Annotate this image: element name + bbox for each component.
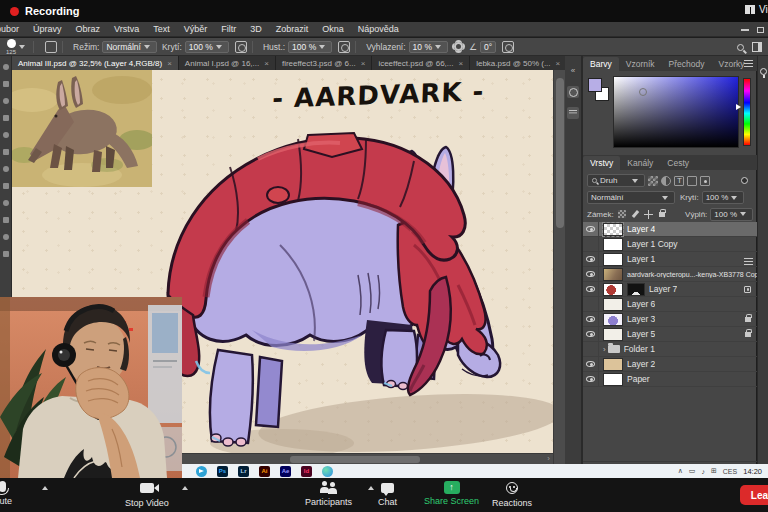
view-button[interactable]: View bbox=[745, 4, 768, 15]
layer-row[interactable]: Layer 3 bbox=[583, 312, 757, 327]
mute-button[interactable]: Mute bbox=[0, 481, 12, 506]
tool-icon[interactable] bbox=[3, 81, 9, 87]
hue-slider[interactable] bbox=[743, 78, 751, 146]
menu-vrstva[interactable]: Vrstva bbox=[107, 24, 146, 34]
layer-row[interactable]: Layer 2 bbox=[583, 357, 757, 372]
window-restore-icon[interactable] bbox=[757, 27, 764, 33]
indesign-icon[interactable]: Id bbox=[301, 466, 312, 477]
tab-lebka[interactable]: lebka.psd @ 50% (... bbox=[470, 56, 565, 70]
share-screen-button[interactable]: ↑ Share Screen bbox=[424, 481, 479, 506]
menu-3d[interactable]: 3D bbox=[243, 24, 269, 34]
group-expand-icon[interactable] bbox=[603, 345, 606, 354]
filter-pixel-layers-icon[interactable] bbox=[648, 176, 658, 186]
layer-row[interactable]: aardvark-orycteropu...-kenya-XB3778 Copy bbox=[583, 267, 757, 282]
menu-napoveda[interactable]: Nápověda bbox=[351, 24, 406, 34]
layer-row[interactable]: Layer 4 bbox=[583, 222, 757, 237]
layer-thumbnail[interactable] bbox=[603, 268, 623, 281]
visibility-toggle[interactable] bbox=[583, 342, 599, 357]
flow-dropdown[interactable]: 100 % bbox=[288, 41, 332, 53]
airbrush-icon[interactable] bbox=[338, 41, 350, 53]
tool-icon[interactable] bbox=[3, 183, 9, 189]
lock-position-icon[interactable] bbox=[644, 210, 653, 219]
tray-network-icon[interactable]: ⊞ bbox=[711, 467, 717, 475]
smoothing-gear-icon[interactable] bbox=[454, 42, 463, 51]
layer-row[interactable]: Paper bbox=[583, 372, 757, 387]
participants-options-caret[interactable] bbox=[368, 486, 374, 490]
properties-panel-icon[interactable] bbox=[567, 107, 579, 119]
language-indicator[interactable]: CES bbox=[723, 468, 737, 475]
layer-thumbnail[interactable] bbox=[603, 253, 623, 266]
tab-prechody[interactable]: Přechody bbox=[662, 57, 712, 71]
stop-video-button[interactable]: Stop Video bbox=[125, 481, 169, 508]
color-field[interactable] bbox=[613, 76, 739, 148]
lock-pixels-icon[interactable] bbox=[631, 210, 640, 219]
close-icon[interactable] bbox=[361, 59, 366, 68]
brush-settings-toggle-icon[interactable] bbox=[45, 41, 57, 53]
tab-barvy[interactable]: Barvy bbox=[583, 57, 619, 71]
layer-row[interactable]: Layer 7 bbox=[583, 282, 757, 297]
chat-button[interactable]: Chat bbox=[378, 481, 397, 507]
layer-thumbnail[interactable] bbox=[603, 373, 623, 386]
blend-mode-dropdown[interactable]: Normální bbox=[587, 191, 675, 204]
close-icon[interactable] bbox=[264, 59, 269, 68]
foreground-color-swatch[interactable] bbox=[588, 78, 602, 92]
pressure-size-icon[interactable] bbox=[502, 41, 514, 53]
layer-row[interactable]: Layer 1 Copy bbox=[583, 237, 757, 252]
menu-text[interactable]: Text bbox=[146, 24, 177, 34]
layer-row[interactable]: Layer 5 bbox=[583, 327, 757, 342]
lock-transparency-icon[interactable] bbox=[618, 210, 626, 218]
filter-adjustment-layers-icon[interactable] bbox=[661, 176, 671, 186]
visibility-toggle[interactable] bbox=[583, 357, 599, 372]
visibility-toggle[interactable] bbox=[583, 222, 599, 237]
tab-kanaly[interactable]: Kanály bbox=[620, 156, 660, 170]
creative-cloud-icon[interactable] bbox=[322, 466, 333, 477]
chevron-down-icon[interactable] bbox=[19, 45, 25, 49]
layer-thumbnail[interactable] bbox=[603, 328, 623, 341]
tray-chevron-icon[interactable]: ∧ bbox=[678, 467, 683, 475]
mute-options-caret[interactable] bbox=[42, 486, 48, 490]
menu-soubor[interactable]: Soubor bbox=[0, 24, 26, 34]
layers-opacity-dropdown[interactable]: 100 % bbox=[702, 191, 745, 204]
illustrator-icon[interactable]: Ai bbox=[259, 466, 270, 477]
participants-button[interactable]: Participants bbox=[305, 481, 352, 507]
tool-icon[interactable] bbox=[3, 200, 9, 206]
pressure-opacity-icon[interactable] bbox=[235, 41, 247, 53]
visibility-toggle[interactable] bbox=[583, 327, 599, 342]
lightroom-icon[interactable]: Lr bbox=[238, 466, 249, 477]
tab-animal-iii[interactable]: Animal III.psd @ 32,5% (Layer 4,RGB/8) bbox=[12, 56, 179, 70]
menu-upravy[interactable]: Úpravy bbox=[26, 24, 69, 34]
photoshop-icon[interactable]: Ps bbox=[217, 466, 228, 477]
layer-filter-dropdown[interactable]: Druh bbox=[587, 174, 645, 187]
layer-thumbnail[interactable] bbox=[603, 223, 623, 236]
layer-row[interactable]: Layer 6 bbox=[583, 297, 757, 312]
panel-menu-icon[interactable] bbox=[744, 60, 753, 67]
leave-button[interactable]: Leave bbox=[740, 485, 768, 505]
close-icon[interactable] bbox=[556, 59, 561, 68]
tab-iceeffect[interactable]: iceeffect.psd @ 66,... bbox=[372, 56, 470, 70]
visibility-toggle[interactable] bbox=[583, 282, 599, 297]
tray-display-icon[interactable]: ▭ bbox=[689, 467, 696, 475]
layer-thumbnail[interactable] bbox=[603, 298, 623, 311]
visibility-toggle[interactable] bbox=[583, 237, 599, 252]
tool-icon[interactable] bbox=[3, 149, 9, 155]
tool-icon[interactable] bbox=[3, 132, 9, 138]
tab-vrstvy[interactable]: Vrstvy bbox=[583, 156, 620, 170]
tool-icon[interactable] bbox=[3, 217, 9, 223]
workspace-switcher-icon[interactable] bbox=[752, 42, 762, 52]
menu-vyber[interactable]: Výběr bbox=[177, 24, 215, 34]
lightbulb-icon[interactable] bbox=[760, 68, 767, 75]
filter-smart-objects-icon[interactable] bbox=[700, 176, 710, 186]
close-icon[interactable] bbox=[459, 59, 464, 68]
tab-fireeffect3[interactable]: fireeffect3.psd @ 6... bbox=[276, 56, 372, 70]
aftereffects-icon[interactable]: Ae bbox=[280, 466, 291, 477]
visibility-toggle[interactable] bbox=[583, 312, 599, 327]
filter-toggle-icon[interactable] bbox=[741, 177, 748, 184]
brush-angle-input[interactable]: 0° bbox=[480, 41, 496, 53]
tab-vzornik[interactable]: Vzorník bbox=[619, 57, 662, 71]
layer-thumbnail[interactable] bbox=[603, 313, 623, 326]
tool-icon[interactable] bbox=[3, 64, 9, 70]
smoothing-dropdown[interactable]: 10 % bbox=[409, 41, 448, 53]
lock-all-icon[interactable] bbox=[659, 212, 665, 217]
brush-preset-picker[interactable]: 125 bbox=[6, 39, 16, 55]
tab-cesty[interactable]: Cesty bbox=[660, 156, 696, 170]
